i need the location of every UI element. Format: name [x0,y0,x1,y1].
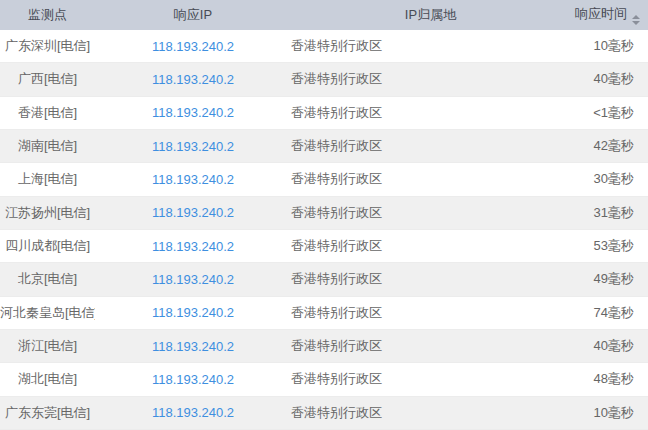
cell-node: 浙江[电信] [0,329,95,362]
table-row: 上海[电信]118.193.240.2香港特别行政区30毫秒 [0,163,648,196]
cell-time: 53毫秒 [570,229,648,262]
cell-time: 10毫秒 [570,396,648,429]
cell-location: 香港特别行政区 [291,96,570,129]
col-header-ip: 响应IP [95,0,291,30]
col-header-node: 监测点 [0,0,95,30]
cell-time: 10毫秒 [570,30,648,63]
cell-time: 31毫秒 [570,196,648,229]
cell-location: 香港特别行政区 [291,263,570,296]
cell-location: 香港特别行政区 [291,129,570,162]
cell-ip[interactable]: 118.193.240.2 [95,96,291,129]
col-header-time[interactable]: 响应时间 [570,0,648,30]
table-row: 广东深圳[电信]118.193.240.2香港特别行政区10毫秒 [0,30,648,63]
table-row: 河北秦皇岛[电信]118.193.240.2香港特别行政区74毫秒 [0,296,648,329]
table-row: 湖北[电信]118.193.240.2香港特别行政区48毫秒 [0,363,648,396]
cell-ip[interactable]: 118.193.240.2 [95,196,291,229]
cell-location: 香港特别行政区 [291,63,570,96]
cell-node: 湖北[电信] [0,363,95,396]
cell-time: 40毫秒 [570,63,648,96]
cell-time: 40毫秒 [570,329,648,362]
cell-ip[interactable]: 118.193.240.2 [95,296,291,329]
cell-location: 香港特别行政区 [291,196,570,229]
cell-ip[interactable]: 118.193.240.2 [95,229,291,262]
cell-location: 香港特别行政区 [291,163,570,196]
cell-ip[interactable]: 118.193.240.2 [95,329,291,362]
cell-node: 广东深圳[电信] [0,30,95,63]
cell-ip[interactable]: 118.193.240.2 [95,163,291,196]
cell-ip[interactable]: 118.193.240.2 [95,396,291,429]
cell-ip[interactable]: 118.193.240.2 [95,263,291,296]
sort-up-arrow-icon [632,15,640,19]
ping-results-table: 监测点 响应IP IP归属地 响应时间 广东深圳[电信]118.193.240.… [0,0,648,430]
table-row: 湖南[电信]118.193.240.2香港特别行政区42毫秒 [0,129,648,162]
sort-down-arrow-icon [632,21,640,25]
cell-node: 江苏扬州[电信] [0,196,95,229]
table-row: 北京[电信]118.193.240.2香港特别行政区49毫秒 [0,263,648,296]
col-header-time-label: 响应时间 [575,6,627,21]
cell-location: 香港特别行政区 [291,363,570,396]
table-row: 江苏扬州[电信]118.193.240.2香港特别行政区31毫秒 [0,196,648,229]
sort-updown-icon[interactable] [632,15,640,25]
cell-location: 香港特别行政区 [291,30,570,63]
cell-location: 香港特别行政区 [291,329,570,362]
table-row: 香港[电信]118.193.240.2香港特别行政区<1毫秒 [0,96,648,129]
table-body: 广东深圳[电信]118.193.240.2香港特别行政区10毫秒广西[电信]11… [0,30,648,429]
cell-ip[interactable]: 118.193.240.2 [95,63,291,96]
cell-node: 北京[电信] [0,263,95,296]
table-row: 广西[电信]118.193.240.2香港特别行政区40毫秒 [0,63,648,96]
cell-time: 30毫秒 [570,163,648,196]
table-row: 浙江[电信]118.193.240.2香港特别行政区40毫秒 [0,329,648,362]
cell-time: 49毫秒 [570,263,648,296]
cell-node: 湖南[电信] [0,129,95,162]
table-row: 广东东莞[电信]118.193.240.2香港特别行政区10毫秒 [0,396,648,429]
cell-node: 广西[电信] [0,63,95,96]
cell-time: 48毫秒 [570,363,648,396]
cell-ip[interactable]: 118.193.240.2 [95,363,291,396]
cell-node: 广东东莞[电信] [0,396,95,429]
cell-node: 上海[电信] [0,163,95,196]
cell-location: 香港特别行政区 [291,396,570,429]
cell-node: 河北秦皇岛[电信] [0,296,95,329]
table-row: 四川成都[电信]118.193.240.2香港特别行政区53毫秒 [0,229,648,262]
cell-ip[interactable]: 118.193.240.2 [95,129,291,162]
cell-location: 香港特别行政区 [291,229,570,262]
table-header-row: 监测点 响应IP IP归属地 响应时间 [0,0,648,30]
cell-time: <1毫秒 [570,96,648,129]
cell-time: 74毫秒 [570,296,648,329]
col-header-location: IP归属地 [291,0,570,30]
cell-node: 四川成都[电信] [0,229,95,262]
cell-ip[interactable]: 118.193.240.2 [95,30,291,63]
cell-node: 香港[电信] [0,96,95,129]
cell-location: 香港特别行政区 [291,296,570,329]
cell-time: 42毫秒 [570,129,648,162]
